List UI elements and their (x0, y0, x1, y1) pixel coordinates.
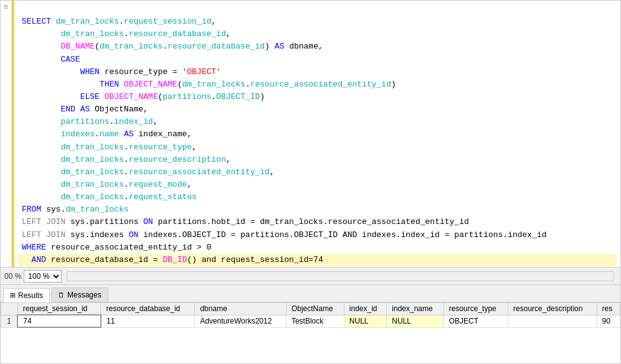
yellow-bar (12, 1, 14, 267)
code-content[interactable]: SELECT dm_tran_locks.request_session_id,… (18, 1, 620, 267)
zoom-dropdown[interactable]: 50 % 75 % 100 % 125 % 150 % (24, 270, 62, 282)
results-table: request_session_id resource_database_id … (1, 302, 620, 328)
cell-resource-database-id: 11 (101, 315, 195, 327)
line-14: dm_tran_locks.request_mode, (22, 180, 192, 189)
editor-container: ⊟ SELECT dm_tran_locks.request_session_i… (0, 0, 621, 268)
line-where: WHERE resource_associated_entity_id > 0 (22, 243, 211, 252)
bottom-toolbar: 00 % 50 % 75 % 100 % 125 % 150 % (0, 268, 621, 285)
cell-request-session-id[interactable]: 74 (17, 315, 101, 327)
cell-dbname: AdventureWorks2012 (195, 315, 287, 327)
col-request-session-id: request_session_id (17, 303, 101, 315)
cell-index-name: NULL (387, 315, 443, 327)
line-7: ELSE OBJECT_NAME(partitions.OBJECT_ID) (22, 92, 265, 101)
messages-tab-label: Messages (67, 291, 102, 299)
cell-objectname: TestBlock (286, 315, 344, 327)
line-2: dm_tran_locks.resource_database_id, (22, 29, 231, 39)
results-table-container: request_session_id resource_database_id … (1, 302, 620, 363)
results-grid-icon: ⊞ (10, 291, 16, 299)
col-resource-type: resource_type (443, 303, 508, 315)
results-tab-label: Results (18, 291, 43, 300)
cell-index-id: NULL (344, 315, 386, 327)
line-indicator: ⊟ (1, 1, 12, 267)
col-resource-database-id: resource_database_id (101, 303, 195, 315)
col-rownum (1, 303, 18, 315)
col-objectname: ObjectName (286, 303, 344, 315)
row-number: 1 (1, 315, 18, 327)
collapse-icon[interactable]: ⊟ (4, 3, 7, 11)
line-and: AND resource_database_id = DB_ID() and r… (18, 254, 617, 266)
line-9: partitions.index_id, (22, 117, 158, 126)
results-panel: ⊞ Results 🗒 Messages request_session_id … (0, 285, 621, 364)
zoom-label: 00 % (4, 272, 21, 281)
line-3: DB_NAME(dm_tran_locks.resource_database_… (22, 42, 323, 51)
line-5: WHEN resource_type = 'OBJECT' (22, 67, 221, 77)
line-4: CASE (22, 55, 80, 64)
line-lj1: LEFT JOIN sys.partitions ON partitions.h… (22, 217, 469, 226)
line-from: FROM sys.dm_tran_locks (22, 205, 129, 214)
results-tabs: ⊞ Results 🗒 Messages (1, 285, 620, 302)
messages-icon: 🗒 (58, 291, 65, 299)
col-res: res (597, 303, 620, 315)
cell-resource-description (508, 315, 597, 327)
col-index-name: index_name (387, 303, 443, 315)
cell-resource-type: OBJECT (443, 315, 508, 327)
line-lj2: LEFT JOIN sys.indexes ON indexes.OBJECT_… (22, 230, 547, 240)
line-8: END AS ObjectName, (22, 105, 148, 114)
line-10: indexes.name AS index_name, (22, 129, 192, 139)
col-resource-description: resource_description (508, 303, 597, 315)
line-1: SELECT dm_tran_locks.request_session_id, (22, 17, 216, 26)
line-6: THEN OBJECT_NAME(dm_tran_locks.resource_… (22, 80, 396, 89)
col-index-id: index_id (344, 303, 386, 315)
line-11: dm_tran_locks.resource_type, (22, 142, 197, 152)
line-12: dm_tran_locks.resource_description, (22, 155, 231, 164)
tab-results[interactable]: ⊞ Results (3, 288, 50, 302)
col-dbname: dbname (195, 303, 287, 315)
line-15: dm_tran_locks.request_status (22, 192, 197, 202)
tab-messages[interactable]: 🗒 Messages (51, 287, 108, 302)
table-row: 1 74 11 AdventureWorks2012 TestBlock NUL… (1, 315, 620, 327)
cell-res: 90 (597, 315, 620, 327)
horizontal-scrollbar[interactable] (67, 271, 614, 281)
line-13: dm_tran_locks.resource_associated_entity… (22, 167, 275, 177)
